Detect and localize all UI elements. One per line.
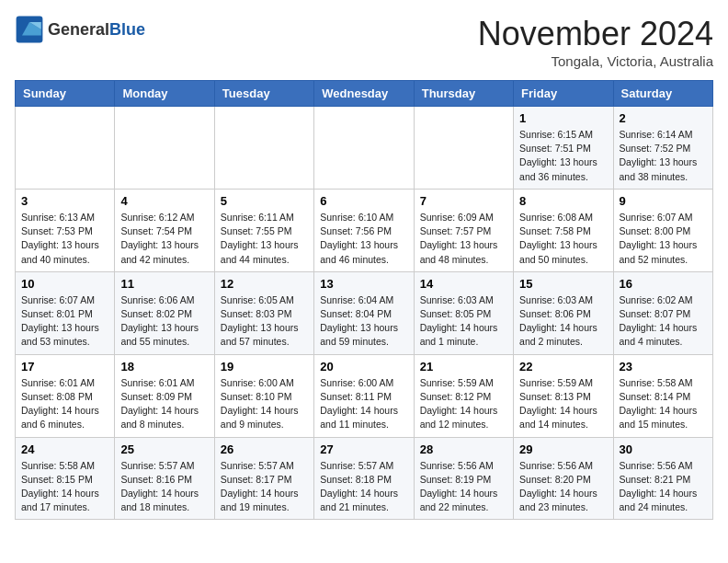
day-number: 29 xyxy=(519,442,607,456)
calendar-cell: 25Sunrise: 5:57 AMSunset: 8:16 PMDayligh… xyxy=(115,437,214,520)
day-info: Sunrise: 6:03 AMSunset: 8:06 PMDaylight:… xyxy=(519,293,607,350)
day-info: Sunrise: 5:56 AMSunset: 8:20 PMDaylight:… xyxy=(519,459,607,515)
calendar-week-row: 10Sunrise: 6:07 AMSunset: 8:01 PMDayligh… xyxy=(16,271,713,354)
day-info: Sunrise: 6:00 AMSunset: 8:11 PMDaylight:… xyxy=(320,376,407,432)
day-info: Sunrise: 6:07 AMSunset: 8:00 PMDaylight:… xyxy=(620,211,707,267)
logo: General Blue xyxy=(15,15,145,44)
day-number: 10 xyxy=(21,277,108,291)
calendar-cell: 1Sunrise: 6:15 AMSunset: 7:51 PMDaylight… xyxy=(514,107,613,190)
day-number: 8 xyxy=(519,194,607,208)
day-number: 1 xyxy=(519,111,607,125)
calendar-cell xyxy=(214,107,313,190)
calendar-cell: 23Sunrise: 5:58 AMSunset: 8:14 PMDayligh… xyxy=(613,354,712,437)
calendar-header-row: SundayMondayTuesdayWednesdayThursdayFrid… xyxy=(16,81,713,107)
weekday-header: Saturday xyxy=(613,81,712,107)
calendar-cell: 12Sunrise: 6:05 AMSunset: 8:03 PMDayligh… xyxy=(214,271,313,354)
calendar-cell: 6Sunrise: 6:10 AMSunset: 7:56 PMDaylight… xyxy=(314,189,414,271)
day-number: 30 xyxy=(620,442,707,456)
day-info: Sunrise: 6:09 AMSunset: 7:57 PMDaylight:… xyxy=(420,211,507,267)
day-number: 20 xyxy=(320,360,407,373)
calendar-week-row: 17Sunrise: 6:01 AMSunset: 8:08 PMDayligh… xyxy=(16,354,713,437)
weekday-header: Sunday xyxy=(16,81,115,107)
day-info: Sunrise: 6:08 AMSunset: 7:58 PMDaylight:… xyxy=(519,211,607,267)
calendar-cell: 19Sunrise: 6:00 AMSunset: 8:10 PMDayligh… xyxy=(214,354,313,437)
calendar-cell: 30Sunrise: 5:56 AMSunset: 8:21 PMDayligh… xyxy=(613,437,712,520)
day-number: 24 xyxy=(21,442,108,456)
calendar-cell: 4Sunrise: 6:12 AMSunset: 7:54 PMDaylight… xyxy=(115,189,214,271)
calendar-cell: 21Sunrise: 5:59 AMSunset: 8:12 PMDayligh… xyxy=(414,354,513,437)
day-info: Sunrise: 6:04 AMSunset: 8:04 PMDaylight:… xyxy=(320,293,407,350)
day-number: 2 xyxy=(620,111,707,125)
day-info: Sunrise: 6:13 AMSunset: 7:53 PMDaylight:… xyxy=(21,211,108,267)
calendar-table: SundayMondayTuesdayWednesdayThursdayFrid… xyxy=(15,80,713,520)
day-number: 22 xyxy=(519,360,607,373)
logo-blue-text: Blue xyxy=(109,20,145,40)
day-info: Sunrise: 5:56 AMSunset: 8:19 PMDaylight:… xyxy=(420,459,507,515)
calendar-cell: 28Sunrise: 5:56 AMSunset: 8:19 PMDayligh… xyxy=(414,437,513,520)
day-number: 23 xyxy=(620,360,707,373)
day-number: 3 xyxy=(21,194,108,208)
calendar-cell xyxy=(16,107,115,190)
day-number: 9 xyxy=(620,194,707,208)
day-info: Sunrise: 6:00 AMSunset: 8:10 PMDaylight:… xyxy=(221,376,308,432)
day-info: Sunrise: 6:06 AMSunset: 8:02 PMDaylight:… xyxy=(120,293,208,350)
day-info: Sunrise: 6:07 AMSunset: 8:01 PMDaylight:… xyxy=(21,293,108,350)
page-header: General Blue November 2024 Tongala, Vict… xyxy=(15,15,713,69)
day-info: Sunrise: 5:57 AMSunset: 8:17 PMDaylight:… xyxy=(221,459,308,515)
calendar-week-row: 24Sunrise: 5:58 AMSunset: 8:15 PMDayligh… xyxy=(16,437,713,520)
calendar-cell: 14Sunrise: 6:03 AMSunset: 8:05 PMDayligh… xyxy=(414,271,513,354)
day-number: 21 xyxy=(420,360,507,373)
day-info: Sunrise: 6:02 AMSunset: 8:07 PMDaylight:… xyxy=(620,293,707,350)
day-number: 25 xyxy=(120,442,208,456)
day-number: 19 xyxy=(221,360,308,373)
calendar-cell: 9Sunrise: 6:07 AMSunset: 8:00 PMDaylight… xyxy=(613,189,712,271)
day-info: Sunrise: 6:11 AMSunset: 7:55 PMDaylight:… xyxy=(221,211,308,267)
day-info: Sunrise: 5:56 AMSunset: 8:21 PMDaylight:… xyxy=(620,459,707,515)
calendar-cell: 2Sunrise: 6:14 AMSunset: 7:52 PMDaylight… xyxy=(613,107,712,190)
calendar-cell: 7Sunrise: 6:09 AMSunset: 7:57 PMDaylight… xyxy=(414,189,513,271)
calendar-cell: 16Sunrise: 6:02 AMSunset: 8:07 PMDayligh… xyxy=(613,271,712,354)
day-number: 7 xyxy=(420,194,507,208)
calendar-cell: 17Sunrise: 6:01 AMSunset: 8:08 PMDayligh… xyxy=(16,354,115,437)
calendar-cell: 15Sunrise: 6:03 AMSunset: 8:06 PMDayligh… xyxy=(514,271,613,354)
calendar-week-row: 1Sunrise: 6:15 AMSunset: 7:51 PMDaylight… xyxy=(16,107,713,190)
day-number: 6 xyxy=(320,194,407,208)
calendar-cell xyxy=(115,107,214,190)
calendar-cell: 5Sunrise: 6:11 AMSunset: 7:55 PMDaylight… xyxy=(214,189,313,271)
calendar-cell: 26Sunrise: 5:57 AMSunset: 8:17 PMDayligh… xyxy=(214,437,313,520)
calendar-cell xyxy=(314,107,414,190)
day-number: 17 xyxy=(21,360,108,373)
day-info: Sunrise: 6:12 AMSunset: 7:54 PMDaylight:… xyxy=(120,211,208,267)
day-info: Sunrise: 5:57 AMSunset: 8:18 PMDaylight:… xyxy=(320,459,407,515)
day-info: Sunrise: 6:15 AMSunset: 7:51 PMDaylight:… xyxy=(519,128,607,184)
day-number: 28 xyxy=(420,442,507,456)
day-info: Sunrise: 6:01 AMSunset: 8:09 PMDaylight:… xyxy=(120,376,208,432)
calendar-week-row: 3Sunrise: 6:13 AMSunset: 7:53 PMDaylight… xyxy=(16,189,713,271)
calendar-cell: 18Sunrise: 6:01 AMSunset: 8:09 PMDayligh… xyxy=(115,354,214,437)
day-info: Sunrise: 5:58 AMSunset: 8:14 PMDaylight:… xyxy=(620,376,707,432)
calendar-cell: 11Sunrise: 6:06 AMSunset: 8:02 PMDayligh… xyxy=(115,271,214,354)
month-title: November 2024 xyxy=(478,15,713,53)
calendar-cell: 8Sunrise: 6:08 AMSunset: 7:58 PMDaylight… xyxy=(514,189,613,271)
weekday-header: Thursday xyxy=(414,81,513,107)
day-number: 16 xyxy=(620,277,707,291)
weekday-header: Tuesday xyxy=(214,81,313,107)
weekday-header: Friday xyxy=(514,81,613,107)
calendar-cell: 3Sunrise: 6:13 AMSunset: 7:53 PMDaylight… xyxy=(16,189,115,271)
calendar-cell: 22Sunrise: 5:59 AMSunset: 8:13 PMDayligh… xyxy=(514,354,613,437)
calendar-cell: 24Sunrise: 5:58 AMSunset: 8:15 PMDayligh… xyxy=(16,437,115,520)
day-number: 5 xyxy=(221,194,308,208)
day-info: Sunrise: 6:01 AMSunset: 8:08 PMDaylight:… xyxy=(21,376,108,432)
calendar-cell: 29Sunrise: 5:56 AMSunset: 8:20 PMDayligh… xyxy=(514,437,613,520)
day-number: 26 xyxy=(221,442,308,456)
day-info: Sunrise: 6:14 AMSunset: 7:52 PMDaylight:… xyxy=(620,128,707,184)
calendar-cell xyxy=(414,107,513,190)
day-number: 18 xyxy=(120,360,208,373)
day-info: Sunrise: 5:57 AMSunset: 8:16 PMDaylight:… xyxy=(120,459,208,515)
day-info: Sunrise: 5:58 AMSunset: 8:15 PMDaylight:… xyxy=(21,459,108,515)
logo-icon xyxy=(15,15,44,44)
day-number: 4 xyxy=(120,194,208,208)
day-info: Sunrise: 6:03 AMSunset: 8:05 PMDaylight:… xyxy=(420,293,507,350)
day-info: Sunrise: 6:10 AMSunset: 7:56 PMDaylight:… xyxy=(320,211,407,267)
calendar-cell: 10Sunrise: 6:07 AMSunset: 8:01 PMDayligh… xyxy=(16,271,115,354)
